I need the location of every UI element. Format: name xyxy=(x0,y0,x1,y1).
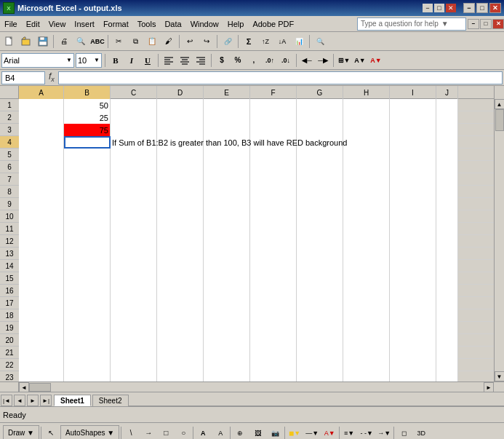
col-header-g[interactable]: G xyxy=(297,86,343,99)
inner-close-btn[interactable]: ✕ xyxy=(446,4,456,12)
col-header-i[interactable]: I xyxy=(390,86,436,99)
font-name-dropdown[interactable]: ▼ xyxy=(66,57,72,63)
comma-btn[interactable]: , xyxy=(247,53,261,68)
cell-c4[interactable]: If Sum of B1:B2 is greater than 100, B3 … xyxy=(111,136,157,149)
cell-f3[interactable] xyxy=(250,124,297,136)
draw-btn[interactable]: Draw ▼ xyxy=(3,425,39,440)
col-header-a[interactable]: A xyxy=(19,86,64,99)
excel-close-btn[interactable]: ✕ xyxy=(492,19,504,29)
cell-e2[interactable] xyxy=(204,111,250,124)
cell-j4[interactable] xyxy=(436,136,458,149)
row-header-15[interactable]: 15 xyxy=(0,272,19,285)
row-header-12[interactable]: 12 xyxy=(0,235,19,248)
cut-btn[interactable]: ✂ xyxy=(111,33,127,50)
paste-btn[interactable]: 📋 xyxy=(144,33,160,50)
col-header-f[interactable]: F xyxy=(250,86,297,99)
decrease-decimal-btn[interactable]: .0↓ xyxy=(279,53,293,68)
cell-g2[interactable] xyxy=(297,111,343,124)
dash-style-btn[interactable]: - -▼ xyxy=(359,425,375,440)
scroll-track-v[interactable] xyxy=(495,109,505,371)
font-size-dropdown[interactable]: ▼ xyxy=(94,57,100,63)
cell-e3[interactable] xyxy=(204,124,250,136)
menu-adobe[interactable]: Adobe PDF xyxy=(248,16,298,31)
row-header-11[interactable]: 11 xyxy=(0,223,19,235)
inner-restore-btn[interactable]: □ xyxy=(434,4,444,12)
italic-btn[interactable]: I xyxy=(124,53,139,68)
menu-insert[interactable]: Insert xyxy=(70,16,99,31)
tab-prev-btn[interactable]: ◄ xyxy=(14,395,25,406)
row-header-21[interactable]: 21 xyxy=(0,347,19,359)
align-center-btn[interactable] xyxy=(177,53,192,68)
increase-decimal-btn[interactable]: .0↑ xyxy=(263,53,277,68)
row-header-22[interactable]: 22 xyxy=(0,359,19,371)
format-painter-btn[interactable]: 🖌 xyxy=(161,33,177,50)
fill-color-draw-btn[interactable]: ◼▼ xyxy=(287,425,303,440)
cell-h3[interactable] xyxy=(343,124,390,136)
select-btn[interactable]: ↖ xyxy=(43,425,59,440)
diagram-btn[interactable]: ⊕ xyxy=(232,425,248,440)
font-name-select[interactable]: Arial ▼ xyxy=(1,53,74,68)
text-box-btn[interactable]: A xyxy=(195,425,211,440)
cell-h4[interactable] xyxy=(343,136,390,149)
row-header-5[interactable]: 5 xyxy=(0,149,19,161)
col-header-h[interactable]: H xyxy=(343,86,390,99)
rect-btn[interactable]: □ xyxy=(158,425,174,440)
cell-d1[interactable] xyxy=(157,99,204,111)
row-header-8[interactable]: 8 xyxy=(0,186,19,198)
cell-a3[interactable] xyxy=(19,124,64,136)
row-header-18[interactable]: 18 xyxy=(0,309,19,322)
col-header-j[interactable]: J xyxy=(436,86,458,99)
sort-asc-btn[interactable]: ↑Z xyxy=(257,33,273,50)
chart-btn[interactable]: 📊 xyxy=(291,33,307,50)
col-header-d[interactable]: D xyxy=(157,86,204,99)
print-btn[interactable]: 🖨 xyxy=(56,33,72,50)
cell-g1[interactable] xyxy=(297,99,343,111)
row-header-2[interactable]: 2 xyxy=(0,111,19,124)
cell-c2[interactable] xyxy=(111,111,157,124)
menu-format[interactable]: Format xyxy=(99,16,133,31)
row-header-7[interactable]: 7 xyxy=(0,173,19,186)
increase-indent-btn[interactable]: ─▶ xyxy=(316,53,330,68)
row-header-9[interactable]: 9 xyxy=(0,198,19,210)
ask-question-box[interactable]: Type a question for help ▼ xyxy=(357,17,466,31)
cell-j3[interactable] xyxy=(436,124,458,136)
excel-minimize-btn[interactable]: − xyxy=(468,19,479,29)
zoom-btn[interactable]: 🔍 xyxy=(312,33,328,50)
cell-d3[interactable] xyxy=(157,124,204,136)
cell-h5[interactable] xyxy=(343,149,390,161)
new-btn[interactable] xyxy=(1,33,17,50)
cell-b3[interactable]: 75 xyxy=(64,124,111,136)
fill-color-btn[interactable]: A▼ xyxy=(353,53,367,68)
cell-a4[interactable] xyxy=(19,136,64,149)
save-btn[interactable] xyxy=(35,33,51,50)
excel-restore-btn[interactable]: □ xyxy=(480,19,492,29)
menu-edit[interactable]: Edit xyxy=(22,16,44,31)
scroll-left-btn[interactable]: ◄ xyxy=(19,382,29,392)
row-header-23[interactable]: 23 xyxy=(0,371,19,381)
font-size-select[interactable]: 10 ▼ xyxy=(76,53,102,68)
cell-b2[interactable]: 25 xyxy=(64,111,111,124)
row-header-1[interactable]: 1 xyxy=(0,99,19,111)
menu-tools[interactable]: Tools xyxy=(133,16,161,31)
row-header-13[interactable]: 13 xyxy=(0,248,19,260)
cell-b4[interactable] xyxy=(64,136,111,149)
cell-j1[interactable] xyxy=(436,99,458,111)
cell-j5[interactable] xyxy=(436,149,458,161)
arrow-btn[interactable]: → xyxy=(140,425,156,440)
hyperlink-btn[interactable]: 🔗 xyxy=(220,33,236,50)
cell-f1[interactable] xyxy=(250,99,297,111)
col-header-c[interactable]: C xyxy=(111,86,157,99)
clipart-btn[interactable]: 🖼 xyxy=(249,425,265,440)
close-btn[interactable]: ✕ xyxy=(489,3,501,13)
tab-first-btn[interactable]: |◄ xyxy=(1,395,12,406)
row-header-19[interactable]: 19 xyxy=(0,322,19,334)
row-header-16[interactable]: 16 xyxy=(0,285,19,297)
menu-window[interactable]: Window xyxy=(186,16,223,31)
sheet-tab-2[interactable]: Sheet2 xyxy=(92,395,129,406)
cell-i2[interactable] xyxy=(390,111,436,124)
align-right-btn[interactable] xyxy=(193,53,208,68)
scroll-down-btn[interactable]: ▼ xyxy=(495,371,505,381)
line-btn[interactable]: \ xyxy=(123,425,139,440)
tab-last-btn[interactable]: ►| xyxy=(40,395,52,406)
row-header-14[interactable]: 14 xyxy=(0,260,19,272)
